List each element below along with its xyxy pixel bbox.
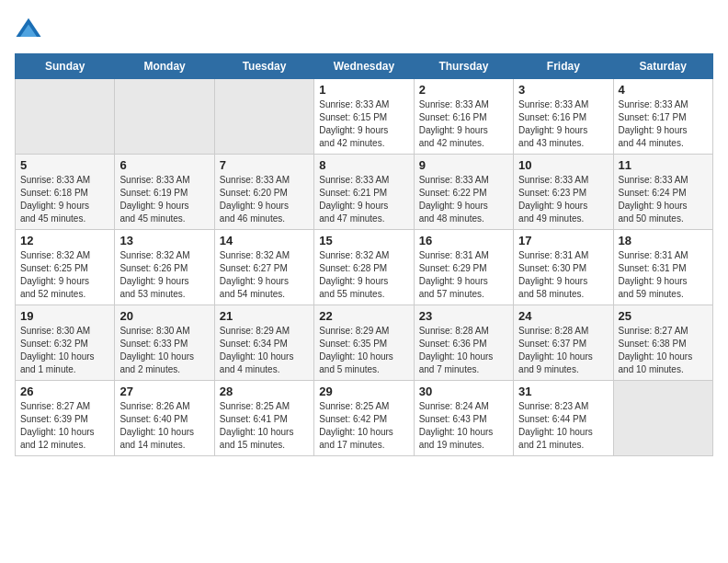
table-cell: 19Sunrise: 8:30 AM Sunset: 6:32 PM Dayli… xyxy=(16,305,115,381)
day-info: Sunrise: 8:30 AM Sunset: 6:32 PM Dayligh… xyxy=(20,325,109,376)
day-number: 14 xyxy=(220,234,309,247)
day-info: Sunrise: 8:30 AM Sunset: 6:33 PM Dayligh… xyxy=(119,325,209,376)
day-info: Sunrise: 8:28 AM Sunset: 6:37 PM Dayligh… xyxy=(518,325,608,376)
day-number: 19 xyxy=(20,309,109,323)
day-number: 7 xyxy=(220,158,309,172)
table-cell: 20Sunrise: 8:30 AM Sunset: 6:33 PM Dayli… xyxy=(115,305,214,381)
table-cell: 23Sunrise: 8:28 AM Sunset: 6:36 PM Dayli… xyxy=(414,305,513,381)
day-number: 25 xyxy=(619,309,708,323)
table-cell: 8Sunrise: 8:33 AM Sunset: 6:21 PM Daylig… xyxy=(314,155,414,230)
table-cell xyxy=(613,381,712,456)
day-info: Sunrise: 8:32 AM Sunset: 6:26 PM Dayligh… xyxy=(119,249,209,301)
weekday-monday: Monday xyxy=(115,54,214,79)
day-number: 2 xyxy=(419,83,508,97)
day-info: Sunrise: 8:26 AM Sunset: 6:40 PM Dayligh… xyxy=(119,400,209,452)
day-info: Sunrise: 8:23 AM Sunset: 6:44 PM Dayligh… xyxy=(518,400,608,452)
table-cell: 3Sunrise: 8:33 AM Sunset: 6:16 PM Daylig… xyxy=(514,79,613,155)
day-info: Sunrise: 8:33 AM Sunset: 6:17 PM Dayligh… xyxy=(619,98,708,150)
day-number: 21 xyxy=(220,309,309,323)
calendar-table: SundayMondayTuesdayWednesdayThursdayFrid… xyxy=(15,53,713,456)
day-info: Sunrise: 8:33 AM Sunset: 6:19 PM Dayligh… xyxy=(119,174,209,225)
table-cell: 10Sunrise: 8:33 AM Sunset: 6:23 PM Dayli… xyxy=(514,155,613,230)
table-cell: 29Sunrise: 8:25 AM Sunset: 6:42 PM Dayli… xyxy=(314,381,414,456)
weekday-friday: Friday xyxy=(514,54,613,79)
day-number: 1 xyxy=(319,83,408,97)
table-cell: 25Sunrise: 8:27 AM Sunset: 6:38 PM Dayli… xyxy=(613,305,712,381)
day-number: 26 xyxy=(20,385,109,398)
table-cell: 16Sunrise: 8:31 AM Sunset: 6:29 PM Dayli… xyxy=(414,230,513,305)
weekday-sunday: Sunday xyxy=(16,54,115,79)
table-cell: 26Sunrise: 8:27 AM Sunset: 6:39 PM Dayli… xyxy=(16,381,115,456)
day-info: Sunrise: 8:33 AM Sunset: 6:22 PM Dayligh… xyxy=(419,174,508,225)
table-cell xyxy=(16,79,115,155)
table-cell: 4Sunrise: 8:33 AM Sunset: 6:17 PM Daylig… xyxy=(613,79,712,155)
day-number: 11 xyxy=(619,158,708,172)
table-cell: 24Sunrise: 8:28 AM Sunset: 6:37 PM Dayli… xyxy=(514,305,613,381)
weekday-wednesday: Wednesday xyxy=(314,54,414,79)
day-info: Sunrise: 8:33 AM Sunset: 6:24 PM Dayligh… xyxy=(619,174,708,225)
table-cell xyxy=(214,79,313,155)
table-cell: 1Sunrise: 8:33 AM Sunset: 6:15 PM Daylig… xyxy=(314,79,414,155)
weekday-saturday: Saturday xyxy=(613,54,712,79)
day-number: 5 xyxy=(20,158,109,172)
logo-icon xyxy=(15,15,42,42)
day-number: 31 xyxy=(518,385,608,398)
table-cell: 5Sunrise: 8:33 AM Sunset: 6:18 PM Daylig… xyxy=(16,155,115,230)
table-cell: 14Sunrise: 8:32 AM Sunset: 6:27 PM Dayli… xyxy=(214,230,313,305)
day-info: Sunrise: 8:33 AM Sunset: 6:15 PM Dayligh… xyxy=(319,98,408,150)
table-cell: 9Sunrise: 8:33 AM Sunset: 6:22 PM Daylig… xyxy=(414,155,513,230)
day-info: Sunrise: 8:32 AM Sunset: 6:25 PM Dayligh… xyxy=(20,249,109,301)
table-cell: 6Sunrise: 8:33 AM Sunset: 6:19 PM Daylig… xyxy=(115,155,214,230)
day-info: Sunrise: 8:31 AM Sunset: 6:31 PM Dayligh… xyxy=(619,249,708,301)
day-number: 13 xyxy=(119,234,209,247)
table-cell: 31Sunrise: 8:23 AM Sunset: 6:44 PM Dayli… xyxy=(514,381,613,456)
day-info: Sunrise: 8:31 AM Sunset: 6:30 PM Dayligh… xyxy=(518,249,608,301)
day-info: Sunrise: 8:31 AM Sunset: 6:29 PM Dayligh… xyxy=(419,249,508,301)
day-info: Sunrise: 8:27 AM Sunset: 6:38 PM Dayligh… xyxy=(619,325,708,376)
day-info: Sunrise: 8:33 AM Sunset: 6:18 PM Dayligh… xyxy=(20,174,109,225)
table-cell: 17Sunrise: 8:31 AM Sunset: 6:30 PM Dayli… xyxy=(514,230,613,305)
table-cell: 27Sunrise: 8:26 AM Sunset: 6:40 PM Dayli… xyxy=(115,381,214,456)
day-number: 16 xyxy=(419,234,508,247)
table-cell: 21Sunrise: 8:29 AM Sunset: 6:34 PM Dayli… xyxy=(214,305,313,381)
day-number: 8 xyxy=(319,158,408,172)
week-row-3: 12Sunrise: 8:32 AM Sunset: 6:25 PM Dayli… xyxy=(16,230,713,305)
day-number: 24 xyxy=(518,309,608,323)
week-row-2: 5Sunrise: 8:33 AM Sunset: 6:18 PM Daylig… xyxy=(16,155,713,230)
table-cell: 7Sunrise: 8:33 AM Sunset: 6:20 PM Daylig… xyxy=(214,155,313,230)
day-number: 17 xyxy=(518,234,608,247)
day-info: Sunrise: 8:25 AM Sunset: 6:42 PM Dayligh… xyxy=(319,400,408,452)
day-info: Sunrise: 8:25 AM Sunset: 6:41 PM Dayligh… xyxy=(220,400,309,452)
week-row-5: 26Sunrise: 8:27 AM Sunset: 6:39 PM Dayli… xyxy=(16,381,713,456)
day-info: Sunrise: 8:33 AM Sunset: 6:16 PM Dayligh… xyxy=(419,98,508,150)
weekday-tuesday: Tuesday xyxy=(214,54,313,79)
day-info: Sunrise: 8:32 AM Sunset: 6:28 PM Dayligh… xyxy=(319,249,408,301)
day-number: 28 xyxy=(220,385,309,398)
weekday-header-row: SundayMondayTuesdayWednesdayThursdayFrid… xyxy=(16,54,713,79)
week-row-1: 1Sunrise: 8:33 AM Sunset: 6:15 PM Daylig… xyxy=(16,79,713,155)
day-info: Sunrise: 8:33 AM Sunset: 6:20 PM Dayligh… xyxy=(220,174,309,225)
table-cell: 12Sunrise: 8:32 AM Sunset: 6:25 PM Dayli… xyxy=(16,230,115,305)
day-number: 27 xyxy=(119,385,209,398)
table-cell: 28Sunrise: 8:25 AM Sunset: 6:41 PM Dayli… xyxy=(214,381,313,456)
logo xyxy=(15,15,46,42)
day-number: 4 xyxy=(619,83,708,97)
day-number: 9 xyxy=(419,158,508,172)
day-number: 15 xyxy=(319,234,408,247)
day-info: Sunrise: 8:29 AM Sunset: 6:34 PM Dayligh… xyxy=(220,325,309,376)
day-info: Sunrise: 8:33 AM Sunset: 6:23 PM Dayligh… xyxy=(518,174,608,225)
table-cell: 15Sunrise: 8:32 AM Sunset: 6:28 PM Dayli… xyxy=(314,230,414,305)
table-cell: 22Sunrise: 8:29 AM Sunset: 6:35 PM Dayli… xyxy=(314,305,414,381)
day-number: 23 xyxy=(419,309,508,323)
day-number: 6 xyxy=(119,158,209,172)
day-info: Sunrise: 8:29 AM Sunset: 6:35 PM Dayligh… xyxy=(319,325,408,376)
day-number: 10 xyxy=(518,158,608,172)
table-cell: 13Sunrise: 8:32 AM Sunset: 6:26 PM Dayli… xyxy=(115,230,214,305)
day-number: 12 xyxy=(20,234,109,247)
table-cell: 18Sunrise: 8:31 AM Sunset: 6:31 PM Dayli… xyxy=(613,230,712,305)
day-number: 30 xyxy=(419,385,508,398)
table-cell: 11Sunrise: 8:33 AM Sunset: 6:24 PM Dayli… xyxy=(613,155,712,230)
table-cell xyxy=(115,79,214,155)
week-row-4: 19Sunrise: 8:30 AM Sunset: 6:32 PM Dayli… xyxy=(16,305,713,381)
day-info: Sunrise: 8:32 AM Sunset: 6:27 PM Dayligh… xyxy=(220,249,309,301)
